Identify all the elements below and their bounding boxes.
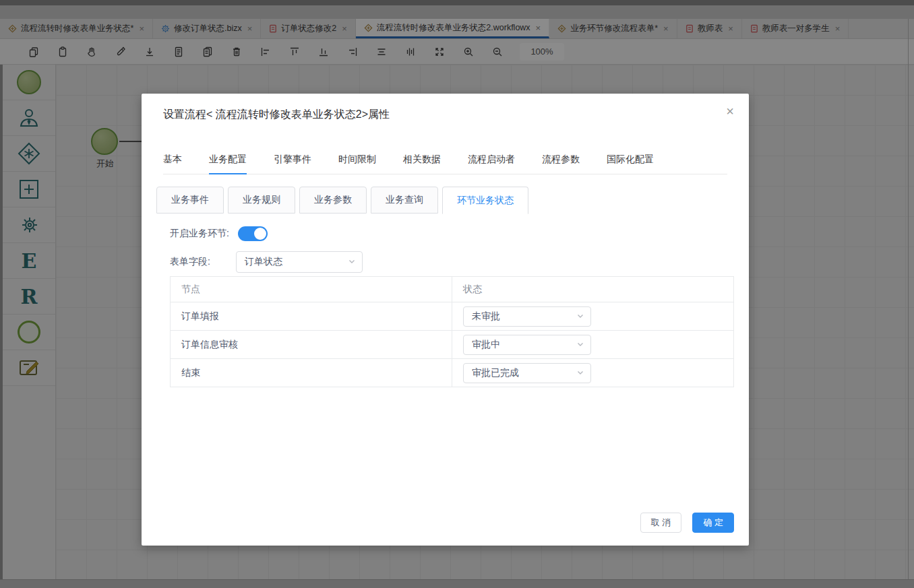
- subtab-business-events[interactable]: 业务事件: [156, 187, 224, 214]
- chevron-down-icon: [576, 368, 584, 379]
- status-select[interactable]: 审批已完成: [463, 363, 591, 383]
- ok-button[interactable]: 确 定: [692, 513, 734, 533]
- chevron-down-icon: [576, 311, 584, 322]
- chevron-down-icon: [348, 257, 356, 267]
- status-select[interactable]: 未审批: [463, 306, 591, 327]
- table-row: 订单信息审核 审批中: [171, 331, 733, 359]
- tab-engine-events[interactable]: 引擎事件: [274, 154, 311, 174]
- subtab-business-query[interactable]: 业务查询: [371, 187, 438, 214]
- subtab-business-params[interactable]: 业务参数: [299, 187, 367, 214]
- header-node: 节点: [171, 277, 452, 302]
- node-status-table: 节点 状态 订单填报 未审批 订单信息审核: [170, 276, 734, 387]
- form-field-label: 表单字段:: [170, 256, 236, 268]
- node-name: 结束: [171, 359, 452, 387]
- tab-i18n-config[interactable]: 国际化配置: [607, 154, 654, 174]
- tab-basic[interactable]: 基本: [163, 154, 182, 174]
- dialog-sub-tabs: 业务事件 业务规则 业务参数 业务查询 环节业务状态: [156, 187, 528, 214]
- table-header-row: 节点 状态: [171, 277, 733, 302]
- business-node-toggle[interactable]: [238, 226, 268, 241]
- node-name: 订单填报: [171, 302, 452, 330]
- node-name: 订单信息审核: [171, 331, 452, 358]
- subtab-business-rules[interactable]: 业务规则: [228, 187, 295, 214]
- cancel-button[interactable]: 取 消: [640, 513, 682, 533]
- form-field-select[interactable]: 订单状态: [236, 251, 363, 273]
- tab-process-params[interactable]: 流程参数: [542, 154, 580, 174]
- workflow-editor-app: 流程流转时修改表单业务状态* × 修改订单状态.bizx × 订单状态修改2 ×…: [0, 0, 914, 588]
- tab-time-limit[interactable]: 时间限制: [338, 154, 376, 174]
- chevron-down-icon: [576, 339, 584, 350]
- tab-business-config[interactable]: 业务配置: [209, 154, 247, 174]
- dialog-title: 设置流程< 流程流转时修改表单业务状态2>属性: [163, 108, 390, 122]
- table-row: 结束 审批已完成: [171, 359, 733, 387]
- process-properties-dialog: × 设置流程< 流程流转时修改表单业务状态2>属性 基本 业务配置 引擎事件 时…: [142, 94, 749, 546]
- table-row: 订单填报 未审批: [171, 302, 733, 331]
- tab-related-data[interactable]: 相关数据: [403, 154, 441, 174]
- header-status: 状态: [452, 277, 733, 302]
- dialog-footer: 取 消 确 定: [640, 513, 734, 533]
- tab-process-initiator[interactable]: 流程启动者: [468, 154, 515, 174]
- toggle-label: 开启业务环节:: [170, 228, 236, 240]
- node-business-status-pane: 开启业务环节: 表单字段: 订单状态 节点 状态 订单填报: [142, 214, 749, 546]
- dialog-close-icon[interactable]: ×: [726, 104, 734, 118]
- dialog-main-tabs: 基本 业务配置 引擎事件 时间限制 相关数据 流程启动者 流程参数 国际化配置: [163, 154, 727, 174]
- subtab-node-business-status[interactable]: 环节业务状态: [442, 187, 528, 214]
- status-select[interactable]: 审批中: [463, 335, 591, 355]
